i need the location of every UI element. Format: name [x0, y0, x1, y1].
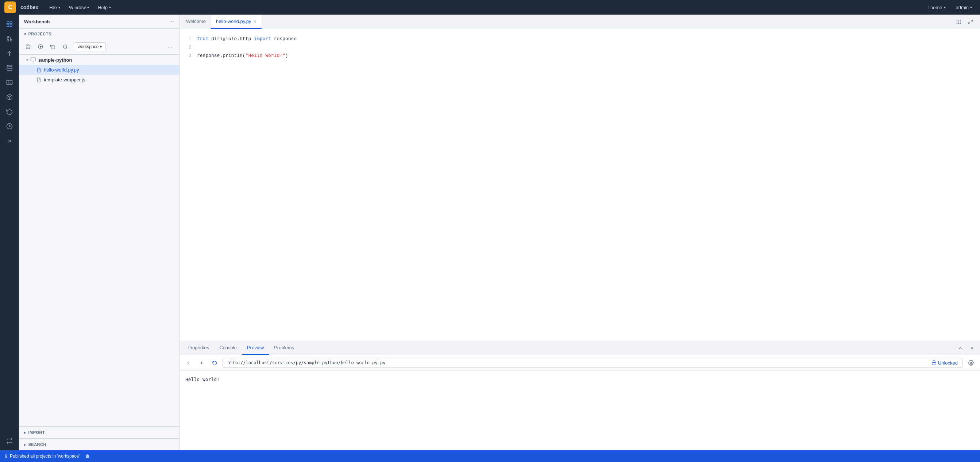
svg-line-15 [67, 48, 67, 49]
refresh-button[interactable] [48, 41, 58, 52]
svg-point-6 [7, 40, 9, 41]
tab-preview[interactable]: Preview [242, 341, 269, 355]
window-menu[interactable]: Window ▾ [65, 3, 93, 12]
split-editor-button[interactable] [954, 17, 964, 27]
database-icon[interactable] [3, 61, 16, 75]
svg-rect-16 [31, 58, 35, 61]
preview-settings-button[interactable] [966, 357, 976, 368]
explorer-header: Workbench ··· [19, 14, 179, 29]
file-menu[interactable]: File ▾ [46, 3, 64, 12]
app-name: codbex [21, 5, 38, 10]
back-button[interactable] [183, 358, 193, 368]
app-logo: C [5, 2, 16, 13]
tab-hello-world[interactable]: hello-world.py.py × [211, 14, 262, 29]
svg-line-22 [969, 22, 970, 24]
svg-rect-3 [10, 25, 12, 27]
close-tab-button[interactable]: × [254, 19, 256, 24]
menu-bar: C codbex File ▾ Window ▾ Help ▾ Theme ▾ … [0, 0, 980, 14]
tab-properties[interactable]: Properties [183, 341, 214, 355]
svg-rect-0 [7, 22, 9, 23]
editor-tab-bar: Welcome hello-world.py.py × [180, 14, 980, 29]
code-line-1: 1 from dirigible.http import response [180, 35, 980, 43]
packages-icon[interactable] [3, 91, 16, 104]
editor-area: Welcome hello-world.py.py × [180, 14, 980, 450]
workbench-title: Workbench [24, 19, 50, 24]
save-button[interactable] [22, 41, 33, 52]
workspace-selector[interactable]: workspace ▾ [74, 42, 106, 51]
explorer-icon[interactable] [3, 18, 16, 31]
preview-content: Hello World! [180, 371, 980, 450]
file-tree: ▾ sample-python hello-world.py.py [19, 55, 179, 426]
file-hello-world[interactable]: hello-world.py.py [19, 65, 179, 75]
forward-icon[interactable]: » [3, 134, 16, 147]
svg-point-5 [7, 36, 9, 38]
history-icon[interactable] [3, 105, 16, 118]
admin-menu[interactable]: admin ▾ [952, 3, 975, 12]
git-icon[interactable] [3, 32, 16, 45]
preview-url-text: http://localhost/services/py/sample-pyth… [227, 360, 385, 365]
project-name: sample-python [38, 57, 72, 63]
more-options-button[interactable]: ··· [165, 41, 175, 52]
tab-problems[interactable]: Problems [269, 341, 299, 355]
preview-output: Hello World! [185, 377, 220, 382]
close-panel-button[interactable]: × [967, 343, 977, 353]
svg-line-21 [971, 20, 972, 21]
workbench-menu-button[interactable]: ··· [169, 18, 174, 25]
bottom-panel: Properties Console Preview Problems [180, 341, 980, 450]
svg-point-14 [64, 45, 67, 48]
preview-url-bar[interactable]: http://localhost/services/py/sample-pyth… [223, 358, 963, 368]
run-button[interactable] [35, 41, 46, 52]
svg-rect-1 [10, 22, 12, 23]
tab-welcome[interactable]: Welcome [181, 14, 211, 29]
unlocked-label: Unlocked [938, 360, 958, 366]
svg-point-4 [10, 40, 12, 41]
info-icon: ℹ [5, 454, 7, 459]
project-item-sample-python[interactable]: ▾ sample-python [19, 55, 179, 65]
file-name-hello-world: hello-world.py.py [44, 67, 79, 73]
reload-button[interactable] [209, 358, 220, 368]
svg-rect-23 [932, 362, 936, 365]
file-name-template-wrapper: template-wrapper.js [44, 77, 85, 83]
transfer-icon[interactable] [3, 434, 16, 448]
panel-tab-bar: Properties Console Preview Problems [180, 341, 980, 355]
unlocked-badge[interactable]: Unlocked [931, 360, 958, 366]
projects-section-header[interactable]: ▾ PROJECTS [19, 29, 179, 39]
status-bar: ℹ Published all projects in 'workspace' … [0, 450, 980, 462]
explorer-panel: Workbench ··· ▾ PROJECTS [19, 14, 180, 450]
delete-icon[interactable]: 🗑 [85, 454, 90, 459]
svg-point-24 [970, 362, 972, 363]
maximize-button[interactable] [966, 17, 975, 27]
code-line-2: 2 [180, 43, 980, 52]
svg-marker-13 [40, 46, 41, 48]
icon-sidebar: » [0, 14, 19, 450]
status-message: Published all projects in 'workspace' [10, 454, 80, 459]
import-section: ▸ IMPORT [19, 426, 179, 438]
search-section: ▸ SEARCH [19, 438, 179, 450]
search-button[interactable] [60, 41, 71, 52]
file-template-wrapper[interactable]: template-wrapper.js [19, 75, 179, 84]
help-menu[interactable]: Help ▾ [94, 3, 115, 12]
monitor-icon[interactable] [3, 120, 16, 133]
import-header[interactable]: ▸ IMPORT [19, 427, 179, 438]
deploy-icon[interactable] [3, 47, 16, 60]
code-line-3: 3 response.println("Hello World!") [180, 52, 980, 60]
svg-rect-2 [7, 25, 9, 27]
code-editor[interactable]: 1 from dirigible.http import response 2 … [180, 29, 980, 341]
forward-nav-button[interactable] [196, 358, 207, 368]
projects-toolbar: workspace ▾ ··· [19, 39, 179, 55]
terminal-icon[interactable] [3, 76, 16, 89]
svg-point-8 [7, 65, 12, 67]
collapse-panel-button[interactable] [955, 343, 966, 353]
tab-console[interactable]: Console [214, 341, 242, 355]
search-header[interactable]: ▸ SEARCH [19, 439, 179, 450]
theme-menu[interactable]: Theme ▾ [924, 3, 949, 12]
preview-toolbar: http://localhost/services/py/sample-pyth… [180, 355, 980, 371]
